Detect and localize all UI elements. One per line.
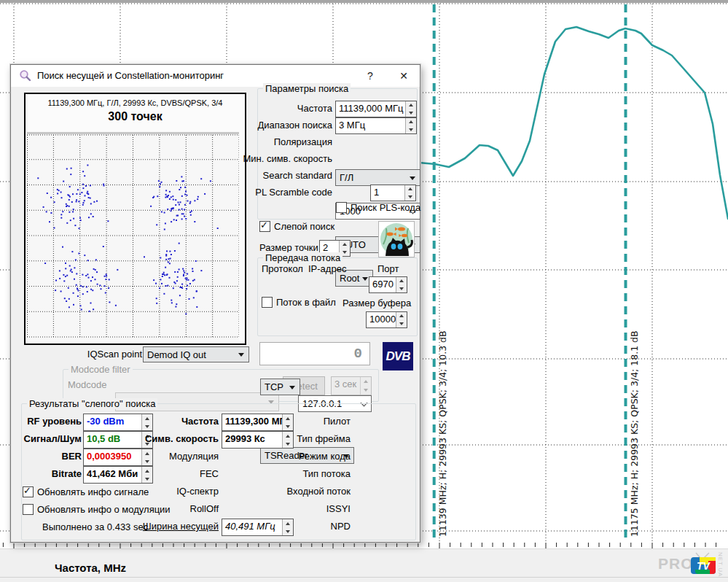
bitrate-label: Bitrate [52,468,82,480]
iqscan-label: IQScan point [87,349,142,360]
tv-logo-icon: TV [689,552,719,575]
spinner-buttons[interactable] [396,312,407,327]
freq-spinner[interactable]: 11139,000 МГц [335,101,417,117]
min-symbolrate-label: Мин. симв. скорость [243,153,332,165]
pilot-label: Пилот [324,416,351,427]
rolloff-label: RollOff [190,503,219,515]
dialog-titlebar[interactable]: Поиск несущей и Constellation-мониторинг… [11,65,420,87]
progress-indicator: 0 [259,342,370,365]
spinner-buttons[interactable] [141,449,152,465]
ber-spinner[interactable]: 0,0003950 [83,449,153,466]
spinner-buttons[interactable] [282,414,293,430]
result-freq-label: Частота [181,416,219,427]
pl-scramble-value-spinner[interactable]: 1 [370,185,416,201]
constellation-panel: 11139,300 МГц, Г/Л, 29993 Кс, DVBS/QPSK,… [24,93,246,345]
window-top-edge [0,0,728,3]
buffer-size-label: Размер буфера [343,298,411,309]
buffer-size-spinner[interactable]: 100000 [366,311,407,328]
range-label: Диапазон поиска [258,120,333,131]
constellation-header: 11139,300 МГц, Г/Л, 29993 Кс, DVBS/QPSK,… [26,98,245,107]
spinner-buttons[interactable] [141,414,152,430]
result-symrate-label: Симв. скорость [145,433,219,445]
marker-label: 11139 MHz; H; 29993 KS; QPSK; 3/4; 10.3 … [437,330,448,537]
pls-search-checkbox[interactable]: Поиск PLS-кода [336,202,420,213]
issyi-label: ISSYI [326,503,351,515]
result-freq-spinner[interactable]: 11139,300 МГц [222,414,294,431]
npd-label: NPD [331,521,351,532]
spinner-buttons[interactable] [405,118,416,133]
fec-label: FEC [200,468,219,480]
search-standard-label: Search standard [263,170,332,182]
iqscan-select[interactable]: Demod IQ out [143,346,249,362]
spinner-buttons[interactable] [404,185,415,201]
rf-level-label: RF уровень [27,416,82,427]
ber-label: BER [62,451,82,462]
frame-type-label: Тип фрейма [297,433,351,445]
watermark-netua: NET.UA [717,552,724,577]
dialog-title: Поиск несущей и Constellation-мониторинг [37,70,224,81]
x-axis-title: Частота, MHz [55,562,126,574]
iq-spectrum-label: IQ-спектр [176,486,219,497]
code-mode-label: Режим кода [299,451,351,462]
blind-search-checkbox[interactable]: Слепой поиск [259,221,334,232]
ip-label: IP-адрес [308,263,346,275]
spinner-buttons[interactable] [141,467,152,483]
magnifier-icon [19,69,32,82]
spinner-buttons[interactable] [282,432,293,448]
polarization-select[interactable]: Г/Л [335,169,420,186]
results-group-label: Результаты "слепого" поиска [27,398,157,409]
stream-to-file-checkbox[interactable]: Поток в файл [262,297,336,308]
elapsed-label: Выполнено за 0.433 sec [42,521,148,533]
progress-digit: 0 [354,346,362,362]
snr-label: Сигнал/Шум [24,433,82,445]
marker-label: 11175 MHz; H; 29993 KS; QPSK; 3/4; 18.1 … [629,330,640,537]
constellation-plot [27,132,239,341]
polarization-label: Поляризация [274,136,332,148]
spinner-buttons[interactable] [396,277,407,292]
stream-group-label: Передача потока [263,252,343,263]
input-stream-label: Входной поток [287,486,351,497]
svg-text:TV: TV [697,560,711,572]
bitrate-spinner[interactable]: 41,462 Мби [83,466,153,484]
constellation-count: 300 точек [26,110,245,123]
spinner-buttons [360,377,371,395]
modulation-label: Модуляция [169,451,219,462]
stream-type-label: Тип потока [302,468,351,480]
port-spinner[interactable]: 6970 [369,276,407,293]
result-symrate-spinner[interactable]: 29993 Кс [222,431,294,449]
protocol-select[interactable]: TCP [260,379,300,395]
update-modulation-checkbox[interactable]: Обновлять инфо о модуляции [23,504,171,515]
detect-interval-spinner: 3 сек [331,376,372,395]
carrier-width-label[interactable]: Ширина несущей [143,521,219,532]
screen: 11139 MHz; H; 29993 KS; QPSK; 3/4; 10.3 … [0,0,728,582]
aquarium-cat-icon [378,221,415,257]
port-label: Порт [377,263,399,275]
dvb-logo: DVB [383,342,413,370]
pl-scramble-label: PL Scramble code [255,187,332,198]
search-params-label: Параметры поиска [263,83,351,94]
watermark-pro: PRO [658,555,694,573]
spinner-buttons[interactable] [282,519,293,535]
separator-line [0,577,728,578]
rf-level-spinner[interactable]: -30 dBm [83,414,153,431]
range-spinner[interactable]: 3 МГц [335,117,417,134]
close-button[interactable]: ✕ [396,68,412,84]
freq-label: Частота [297,103,332,115]
spinner-buttons[interactable] [405,101,416,117]
snr-spinner[interactable]: 10,5 dB [83,431,153,449]
help-button[interactable]: ? [362,68,378,84]
modcode-group-label: Modcode filter [69,364,133,375]
protocol-label: Протокол [262,263,303,275]
update-signal-checkbox[interactable]: Обновлять инфо сигнале [23,486,149,497]
modcode-label: Modcode [68,379,106,391]
carrier-width-spinner[interactable]: 40,491 МГц [222,519,294,536]
carrier-search-dialog: Поиск несущей и Constellation-мониторинг… [10,64,420,543]
